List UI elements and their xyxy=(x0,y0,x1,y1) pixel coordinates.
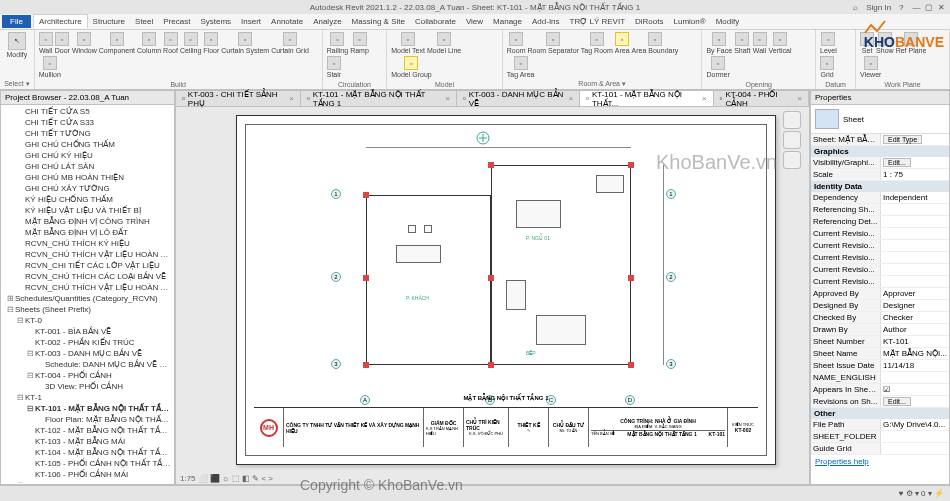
document-tab[interactable]: ▫KT-101 - MẶT BẰNG NỘI THẤT TẦNG 1× xyxy=(301,91,457,106)
tree-item[interactable]: RCVN_CHÚ THÍCH CÁC LOẠI BẢN VẼ xyxy=(3,271,172,282)
menu-tab-diroots[interactable]: DiRoots xyxy=(630,15,668,28)
properties-help-link[interactable]: Properties help xyxy=(811,455,949,468)
property-row[interactable]: Current Revisio... xyxy=(811,228,949,240)
mullion-tool[interactable]: ▫Mullion xyxy=(39,56,61,78)
property-row[interactable]: Appears In Shee...☑ xyxy=(811,384,949,396)
tree-item[interactable]: ⊟KT-3 xyxy=(3,480,172,483)
menu-tab-massing-site[interactable]: Massing & Site xyxy=(347,15,410,28)
tree-item[interactable]: CHI TIẾT CỬA S5 xyxy=(3,106,172,117)
tree-item[interactable]: CHI TIẾT TƯỜNG xyxy=(3,128,172,139)
document-tab[interactable]: ▫KT-003 - CHI TIẾT SẢNH PHỤ× xyxy=(176,91,301,106)
tree-item[interactable]: ⊟KT-003 - DANH MỤC BẢN VẼ xyxy=(3,348,172,359)
property-row[interactable]: Sheet NumberKT-101 xyxy=(811,336,949,348)
edit-button[interactable]: Edit... xyxy=(883,158,911,167)
tree-item[interactable]: KT-104 - MẶT BẰNG NỘI THẤT TẦNG 1 xyxy=(3,447,172,458)
edit-button[interactable]: Edit... xyxy=(883,397,911,406)
menu-tab-lumion-[interactable]: Lumion® xyxy=(668,15,710,28)
area-tool[interactable]: ▫Area xyxy=(615,32,630,54)
menu-tab-analyze[interactable]: Analyze xyxy=(308,15,346,28)
property-row[interactable]: Sheet NameMẶT BẰNG NỘI... xyxy=(811,348,949,360)
property-row[interactable]: Current Revisio... xyxy=(811,252,949,264)
stair-tool[interactable]: ▫Stair xyxy=(327,56,341,78)
property-row[interactable]: Revisions on Sh...Edit... xyxy=(811,396,949,408)
wall-tool[interactable]: ▫Wall xyxy=(39,32,53,54)
properties-header[interactable]: Properties xyxy=(811,91,949,105)
tree-item[interactable]: KT-103 - MẶT BẰNG MÁI xyxy=(3,436,172,447)
tree-item[interactable]: GHI CHÚ XÂY TƯỜNG xyxy=(3,183,172,194)
navigation-bar[interactable] xyxy=(783,111,803,171)
project-browser-header[interactable]: Project Browser - 22.03.08_A Tuan xyxy=(1,91,174,105)
document-tab[interactable]: ▫KT-004 - PHỐI CẢNH× xyxy=(714,91,809,106)
tree-item[interactable]: KT-002 - PHẦN KIẾN TRÚC xyxy=(3,337,172,348)
tree-item[interactable]: ⊟Sheets (Sheet Prefix) xyxy=(3,304,172,315)
close-tab-icon[interactable]: × xyxy=(445,94,450,103)
tree-item[interactable]: Floor Plan: MẶT BẰNG NỘI THẤT TẦNG 1 xyxy=(3,414,172,425)
menu-tab-view[interactable]: View xyxy=(461,15,488,28)
document-tab[interactable]: ▫KT-101 - MẶT BẰNG NỘI THẤT...× xyxy=(580,91,714,106)
property-row[interactable]: Current Revisio... xyxy=(811,240,949,252)
help-icon[interactable]: ? xyxy=(899,3,903,12)
roof-tool[interactable]: ▫Roof xyxy=(163,32,178,54)
tree-item[interactable]: ⊟KT-0 xyxy=(3,315,172,326)
nav-home-icon[interactable] xyxy=(783,111,801,129)
file-menu[interactable]: File xyxy=(2,15,31,28)
close-tab-icon[interactable]: × xyxy=(568,94,573,103)
nav-pan-icon[interactable] xyxy=(783,151,801,169)
tree-item[interactable]: KT-102 - MẶT BẰNG NỘI THẤT TẦNG 2 xyxy=(3,425,172,436)
property-row[interactable]: File PathG:\My Drive\4.0... xyxy=(811,419,949,431)
maximize-button[interactable]: ▢ xyxy=(924,3,934,12)
column-tool[interactable]: ▫Column xyxy=(137,32,161,54)
ceiling-tool[interactable]: ▫Ceiling xyxy=(180,32,201,54)
tree-item[interactable]: KÝ HIỆU CHỐNG THẤM xyxy=(3,194,172,205)
property-row[interactable]: Sheet Issue Date11/14/18 xyxy=(811,360,949,372)
property-row[interactable]: Guide Grid xyxy=(811,443,949,455)
railing-tool[interactable]: ▫Railing xyxy=(327,32,348,54)
tree-item[interactable]: ⊞Schedules/Quantities (Category_RCVN) xyxy=(3,293,172,304)
area-boundary-tool[interactable]: ▫Area Boundary xyxy=(632,32,679,54)
property-row[interactable]: Referencing Det... xyxy=(811,216,949,228)
close-tab-icon[interactable]: × xyxy=(797,94,802,103)
tree-item[interactable]: KÝ HIỆU VẬT LIỆU VÀ THIẾT BỊ xyxy=(3,205,172,216)
sheet-view[interactable]: P. KHÁCH P. NGỦ 01 BẾP 1 2 3 1 2 3 A B C… xyxy=(236,115,776,465)
vertical-tool[interactable]: ▫Vertical xyxy=(769,32,792,54)
property-row[interactable]: Current Revisio... xyxy=(811,264,949,276)
tree-item[interactable]: GHI CHÚ LÁT SÀN xyxy=(3,161,172,172)
close-button[interactable]: ✕ xyxy=(936,3,946,12)
sign-in-link[interactable]: Sign In xyxy=(866,3,891,12)
door-tool[interactable]: ▫Door xyxy=(55,32,70,54)
grid-tool[interactable]: ▫Grid xyxy=(820,56,834,78)
model-group-tool[interactable]: ▫Model Group xyxy=(391,56,431,78)
nav-wheel-icon[interactable] xyxy=(783,131,801,149)
menu-tab-insert[interactable]: Insert xyxy=(236,15,266,28)
type-selector[interactable]: Sheet: MẶT BẰNG N( xyxy=(811,134,881,145)
property-row[interactable]: NAME_ENGLISH xyxy=(811,372,949,384)
property-row[interactable]: Designed ByDesigner xyxy=(811,300,949,312)
drawing-canvas[interactable]: ▫KT-003 - CHI TIẾT SẢNH PHỤ×▫KT-101 - MẶ… xyxy=(175,90,810,485)
property-row[interactable]: Referencing Sh... xyxy=(811,204,949,216)
dormer-tool[interactable]: ▫Dormer xyxy=(706,56,729,78)
room-separator-tool[interactable]: ▫Room Separator xyxy=(528,32,579,54)
tree-item[interactable]: RCVN_CHI TIẾT CÁC LỚP VẬT LIỆU xyxy=(3,260,172,271)
props-section-header[interactable]: Graphics xyxy=(811,146,949,157)
wall-tool[interactable]: ▫Wall xyxy=(753,32,767,54)
menu-tab-structure[interactable]: Structure xyxy=(88,15,130,28)
tag-room-tool[interactable]: ▫Tag Room xyxy=(581,32,613,54)
document-tab[interactable]: ▫KT-003 - DANH MỤC BẢN VẼ× xyxy=(457,91,580,106)
property-row[interactable]: Current Revisio... xyxy=(811,276,949,288)
props-section-header[interactable]: Other xyxy=(811,408,949,419)
tree-item[interactable]: CHI TIẾT CỬA S33 xyxy=(3,117,172,128)
edit-type-button[interactable]: Edit Type xyxy=(883,135,922,144)
shaft-tool[interactable]: ▫Shaft xyxy=(734,32,750,54)
tree-item[interactable]: RCVN_CHÚ THÍCH KÝ HIỆU xyxy=(3,238,172,249)
property-row[interactable]: Approved ByApprover xyxy=(811,288,949,300)
tree-item[interactable]: KT-106 - PHỐI CẢNH MÁI xyxy=(3,469,172,480)
model-line-tool[interactable]: ▫Model Line xyxy=(427,32,461,54)
menu-tab-add-ins[interactable]: Add-Ins xyxy=(527,15,565,28)
tree-item[interactable]: GHI CHÚ KÝ HIỆU xyxy=(3,150,172,161)
floor-tool[interactable]: ▫Floor xyxy=(203,32,219,54)
menu-tab-steel[interactable]: Steel xyxy=(130,15,158,28)
menu-tab-tr-l-revit[interactable]: TRỢ LÝ REVIT xyxy=(565,15,630,28)
menu-tab-annotate[interactable]: Annotate xyxy=(266,15,308,28)
select-panel-label[interactable]: Select ▾ xyxy=(4,80,30,88)
tree-item[interactable]: ⊟KT-1 xyxy=(3,392,172,403)
